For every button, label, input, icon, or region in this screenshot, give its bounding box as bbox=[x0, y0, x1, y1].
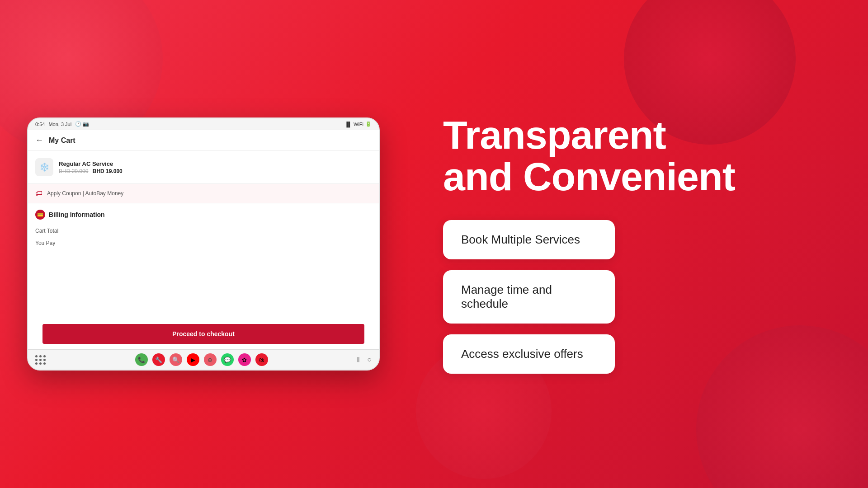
app-youtube-icon[interactable]: ▶ bbox=[187, 353, 199, 366]
apps-icon bbox=[35, 355, 46, 365]
feature-text-exclusive-offers: Access exclusive offers bbox=[461, 347, 583, 361]
app-search-icon[interactable]: 🔍 bbox=[170, 353, 182, 366]
item-details: Regular AC Service BHD 20.000 BHD 19.000 bbox=[59, 160, 123, 174]
app-bag-icon[interactable]: 🛍 bbox=[255, 353, 268, 366]
main-layout: 0:54 Mon, 3 Jul 🕐 📷 ▐▌ WiFi 🔋 ← My Cart bbox=[0, 0, 868, 488]
billing-label-cart-total: Cart Total bbox=[35, 228, 58, 234]
billing-header: 💳 Billing Information bbox=[35, 210, 372, 220]
back-button[interactable]: ← bbox=[35, 136, 43, 145]
android-nav: ⦀ ○ bbox=[357, 356, 372, 364]
wifi-icon: WiFi bbox=[354, 122, 363, 127]
app-phone-icon[interactable]: 📞 bbox=[135, 353, 148, 366]
status-icons: 🕐 📷 bbox=[75, 121, 89, 127]
feature-text-book-multiple: Book Multiple Services bbox=[461, 233, 580, 246]
status-time: 0:54 bbox=[35, 122, 45, 127]
app-flower-icon[interactable]: ✿ bbox=[238, 353, 251, 366]
status-left: 0:54 Mon, 3 Jul 🕐 📷 bbox=[35, 121, 89, 127]
signal-icon: ▐▌ bbox=[344, 122, 352, 127]
coupon-row[interactable]: 🏷 Apply Coupon | AutoBay Money bbox=[28, 184, 379, 203]
page-title: My Cart bbox=[49, 136, 75, 145]
headline: Transparent and Convenient bbox=[443, 114, 832, 198]
app-content: ← My Cart ❄️ Regular AC Service BHD 20.0… bbox=[28, 130, 379, 349]
headline-line2: and Convenient bbox=[443, 154, 735, 199]
coupon-label: Apply Coupon | AutoBay Money bbox=[47, 190, 123, 197]
price-new: BHD 19.000 bbox=[93, 168, 123, 174]
status-date: Mon, 3 Jul bbox=[48, 122, 71, 127]
app-autobay-icon[interactable]: 🔧 bbox=[152, 353, 165, 366]
feature-card-exclusive-offers: Access exclusive offers bbox=[443, 334, 615, 374]
phone-mockup: 0:54 Mon, 3 Jul 🕐 📷 ▐▌ WiFi 🔋 ← My Cart bbox=[27, 117, 380, 371]
billing-title: Billing Information bbox=[49, 211, 105, 218]
item-price: BHD 20.000 BHD 19.000 bbox=[59, 168, 123, 174]
app-whatsapp-icon[interactable]: 💬 bbox=[221, 353, 234, 366]
battery-icon: 🔋 bbox=[365, 121, 372, 127]
nav-back-button[interactable]: ⦀ bbox=[357, 356, 360, 364]
item-icon: ❄️ bbox=[35, 158, 53, 176]
status-bar: 0:54 Mon, 3 Jul 🕐 📷 ▐▌ WiFi 🔋 bbox=[28, 118, 379, 130]
status-right: ▐▌ WiFi 🔋 bbox=[344, 121, 372, 127]
billing-row-you-pay: You Pay bbox=[35, 237, 372, 249]
billing-row-cart-total: Cart Total bbox=[35, 225, 372, 237]
cart-item: ❄️ Regular AC Service BHD 20.000 BHD 19.… bbox=[35, 158, 372, 176]
cart-section: ❄️ Regular AC Service BHD 20.000 BHD 19.… bbox=[28, 151, 379, 184]
app-circle-icon[interactable]: ⊕ bbox=[204, 353, 217, 366]
nav-home-button[interactable]: ○ bbox=[367, 356, 372, 364]
billing-icon: 💳 bbox=[35, 210, 45, 220]
checkout-button[interactable]: Proceed to checkout bbox=[42, 324, 364, 344]
price-old: BHD 20.000 bbox=[59, 168, 88, 174]
headline-line1: Transparent bbox=[443, 113, 666, 157]
bottom-bar: 📞 🔧 🔍 ▶ ⊕ 💬 ✿ 🛍 ⦀ ○ bbox=[28, 349, 379, 370]
billing-label-you-pay: You Pay bbox=[35, 240, 55, 246]
coupon-icon: 🏷 bbox=[35, 189, 42, 197]
text-section: Transparent and Convenient Book Multiple… bbox=[407, 87, 868, 401]
spacer bbox=[28, 255, 379, 324]
billing-section: 💳 Billing Information Cart Total You Pay bbox=[28, 203, 379, 255]
feature-card-manage-time: Manage time and schedule bbox=[443, 270, 615, 324]
app-dock: 📞 🔧 🔍 ▶ ⊕ 💬 ✿ 🛍 bbox=[135, 353, 268, 366]
feature-text-manage-time: Manage time and schedule bbox=[461, 283, 552, 310]
feature-cards: Book Multiple Services Manage time and s… bbox=[443, 220, 832, 374]
checkout-container: Proceed to checkout bbox=[28, 324, 379, 349]
feature-card-book-multiple: Book Multiple Services bbox=[443, 220, 615, 259]
app-nav: ← My Cart bbox=[28, 130, 379, 151]
item-name: Regular AC Service bbox=[59, 160, 123, 167]
phone-section: 0:54 Mon, 3 Jul 🕐 📷 ▐▌ WiFi 🔋 ← My Cart bbox=[0, 0, 407, 488]
